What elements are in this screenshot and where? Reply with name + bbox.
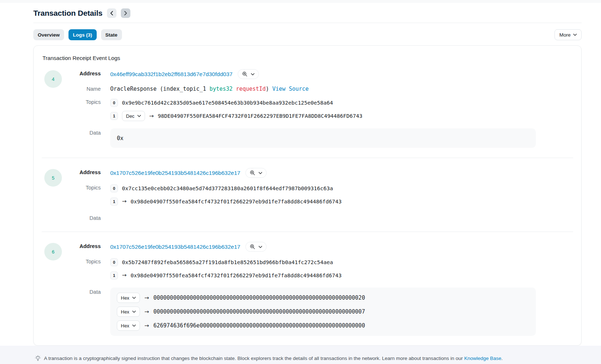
event-name-part bbox=[233, 86, 236, 92]
data-content: 0x bbox=[110, 128, 573, 148]
footer-suffix: . bbox=[501, 356, 503, 361]
topic-row: 00x5b72487f892feba565865a27f191da8fb1e85… bbox=[110, 257, 573, 267]
data-row: Hex→000000000000000000000000000000000000… bbox=[117, 293, 529, 303]
chevron-down-icon bbox=[259, 246, 262, 248]
tab-logs-3[interactable]: Logs (3) bbox=[68, 29, 97, 40]
footer-tip-text: A transaction is a cryptographically sig… bbox=[44, 355, 502, 362]
tab-overview[interactable]: Overview bbox=[33, 29, 64, 40]
data-value: 626974636f696e00000000000000000000000000… bbox=[153, 322, 365, 329]
tabs: OverviewLogs (3)State bbox=[33, 29, 122, 40]
log-address-link[interactable]: 0x46eff99cab332f1b2eb2ff6813d67e7d30fdd0… bbox=[110, 71, 233, 78]
data-field: DataHex→00000000000000000000000000000000… bbox=[64, 288, 573, 336]
arrow-right-icon: → bbox=[122, 273, 127, 278]
chevron-down-icon bbox=[137, 115, 141, 117]
event-name-part: ) bbox=[266, 86, 272, 92]
log-divider bbox=[42, 158, 573, 158]
name-field: NameOracleResponse (index_topic_1 bytes3… bbox=[64, 85, 573, 92]
data-encoding-select[interactable]: Hex bbox=[117, 307, 140, 317]
footer-text: A transaction is a cryptographically sig… bbox=[44, 356, 464, 361]
topic-index-badge: 1 bbox=[110, 112, 118, 120]
address-zoom-button[interactable] bbox=[245, 242, 267, 252]
log-fields: Address0x46eff99cab332f1b2eb2ff6813d67e7… bbox=[64, 69, 573, 148]
log-index-badge: 6 bbox=[44, 243, 62, 260]
address-zoom-button[interactable] bbox=[245, 168, 267, 178]
topic-index-badge: 0 bbox=[110, 258, 118, 266]
field-label-data: Data bbox=[64, 214, 101, 221]
view-source-link[interactable]: View Source bbox=[272, 86, 309, 92]
topic-value: 0x9e9bc7616d42c2835d05ae617e508454e63b30… bbox=[122, 100, 333, 106]
topics-list: 00x7cc135e0cebb02c3480ae5d74d377283180a2… bbox=[110, 183, 573, 206]
topic-value: 0x98de04907f550fea584fcf4732f01f2662297e… bbox=[131, 273, 342, 278]
address-field: Address0x46eff99cab332f1b2eb2ff6813d67e7… bbox=[64, 69, 573, 79]
topic-row: 1→0x98de04907f550fea584fcf4732f01f266229… bbox=[110, 196, 573, 206]
address-line: 0x46eff99cab332f1b2eb2ff6813d67e7d30fdd0… bbox=[110, 69, 573, 79]
event-name-part: OracleResponse (index_topic_1 bbox=[110, 86, 209, 92]
log-address-link[interactable]: 0x1707c526e19fe0b254193b5481426c196b632e… bbox=[110, 170, 240, 176]
data-encoding-select[interactable]: Hex bbox=[117, 293, 140, 303]
log-divider bbox=[42, 232, 573, 232]
more-button[interactable]: More bbox=[554, 29, 582, 40]
knowledge-base-link[interactable]: Knowledge Base bbox=[464, 356, 501, 361]
data-field: Data bbox=[64, 214, 573, 222]
topics-list: 00x5b72487f892feba565865a27f191da8fb1e85… bbox=[110, 257, 573, 280]
data-content: Hex→000000000000000000000000000000000000… bbox=[110, 288, 573, 336]
zoom-in-icon bbox=[242, 71, 248, 77]
data-encoding-select[interactable]: Hex bbox=[117, 320, 140, 331]
topic-value: 0x7cc135e0cebb02c3480ae5d74d377283180a26… bbox=[122, 185, 333, 191]
next-transaction-button[interactable] bbox=[121, 8, 130, 18]
top-strip bbox=[0, 0, 601, 3]
address-field: Address0x1707c526e19fe0b254193b5481426c1… bbox=[64, 242, 573, 252]
event-name: OracleResponse (index_topic_1 bytes32 re… bbox=[110, 85, 573, 92]
log-entry: 6Address0x1707c526e19fe0b254193b5481426c… bbox=[42, 242, 573, 336]
event-name-part: bytes32 bbox=[209, 86, 233, 92]
address-line: 0x1707c526e19fe0b254193b5481426c196b632e… bbox=[110, 242, 573, 252]
chevron-right-icon bbox=[124, 11, 127, 15]
arrow-right-icon: → bbox=[144, 309, 149, 315]
chevron-down-icon bbox=[573, 34, 577, 36]
field-label-data: Data bbox=[64, 288, 101, 295]
data-encoding-label: Hex bbox=[121, 309, 129, 315]
topics-field: Topics00x5b72487f892feba565865a27f191da8… bbox=[64, 257, 573, 280]
data-box: Hex→000000000000000000000000000000000000… bbox=[110, 288, 536, 336]
topic-row: 00x7cc135e0cebb02c3480ae5d74d377283180a2… bbox=[110, 183, 573, 193]
topic-value: 0x5b72487f892feba565865a27f191da8fb1e852… bbox=[122, 259, 333, 265]
address-zoom-button[interactable] bbox=[238, 69, 259, 79]
tab-state[interactable]: State bbox=[101, 29, 122, 40]
address-content: 0x1707c526e19fe0b254193b5481426c196b632e… bbox=[110, 242, 573, 252]
log-number-column: 4 bbox=[42, 69, 64, 148]
log-fields: Address0x1707c526e19fe0b254193b5481426c1… bbox=[64, 168, 573, 222]
topic-index-badge: 1 bbox=[110, 198, 118, 206]
zoom-in-icon bbox=[250, 170, 255, 176]
address-field: Address0x1707c526e19fe0b254193b5481426c1… bbox=[64, 168, 573, 178]
topics-field: Topics00x9e9bc7616d42c2835d05ae617e50845… bbox=[64, 98, 573, 121]
data-value: 0000000000000000000000000000000000000000… bbox=[153, 308, 365, 315]
arrow-right-icon: → bbox=[149, 113, 154, 119]
arrow-right-icon: → bbox=[144, 323, 149, 329]
log-address-link[interactable]: 0x1707c526e19fe0b254193b5481426c196b632e… bbox=[110, 244, 240, 250]
data-empty bbox=[110, 214, 573, 222]
address-content: 0x46eff99cab332f1b2eb2ff6813d67e7d30fdd0… bbox=[110, 69, 573, 79]
page-header: Transaction Details bbox=[33, 3, 582, 18]
log-number-column: 5 bbox=[42, 168, 64, 222]
topic-encoding-label: Dec bbox=[126, 113, 134, 119]
name-content: OracleResponse (index_topic_1 bytes32 re… bbox=[110, 85, 573, 92]
chevron-down-icon bbox=[132, 311, 136, 313]
prev-transaction-button[interactable] bbox=[107, 8, 116, 18]
topics-content: 00x5b72487f892feba565865a27f191da8fb1e85… bbox=[110, 257, 573, 280]
data-box: 0x bbox=[110, 128, 536, 148]
event-logs-card: Transaction Receipt Event Logs 4Address0… bbox=[33, 45, 582, 346]
topic-row: 1Dec→98DE04907F550FEA584FCF4732F01F26622… bbox=[110, 111, 573, 121]
chevron-down-icon bbox=[132, 297, 136, 299]
topics-field: Topics00x7cc135e0cebb02c3480ae5d74d37728… bbox=[64, 183, 573, 206]
arrow-right-icon: → bbox=[144, 295, 149, 301]
data-row: Hex→000000000000000000000000000000000000… bbox=[117, 307, 529, 317]
topic-encoding-select[interactable]: Dec bbox=[122, 111, 145, 121]
chevron-down-icon bbox=[259, 172, 262, 174]
topics-content: 00x7cc135e0cebb02c3480ae5d74d377283180a2… bbox=[110, 183, 573, 206]
field-label-address: Address bbox=[64, 168, 101, 175]
field-label-name: Name bbox=[64, 85, 101, 92]
data-value: 0000000000000000000000000000000000000000… bbox=[153, 294, 365, 301]
log-number-column: 6 bbox=[42, 242, 64, 336]
header-divider bbox=[33, 23, 582, 23]
log-index-badge: 5 bbox=[44, 169, 62, 187]
